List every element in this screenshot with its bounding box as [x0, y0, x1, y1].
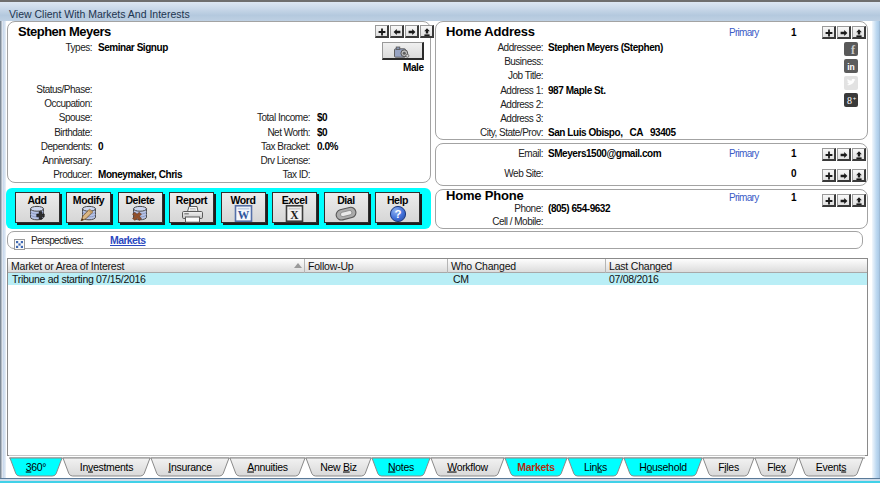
svg-text:in: in	[847, 62, 855, 72]
svg-text:Notes: Notes	[388, 461, 414, 473]
svg-text:W: W	[237, 209, 249, 221]
svg-text:Household: Household	[639, 461, 687, 473]
svg-text:Events: Events	[816, 461, 846, 473]
svg-text:360°: 360°	[26, 461, 47, 473]
svg-text:Markets: Markets	[517, 461, 555, 473]
svg-text:?: ?	[394, 208, 401, 220]
svg-text:Annuities: Annuities	[247, 461, 288, 473]
svg-text:Files: Files	[718, 461, 739, 473]
svg-text:Workflow: Workflow	[447, 461, 488, 473]
svg-text:X: X	[290, 209, 299, 221]
svg-text:Links: Links	[584, 461, 607, 473]
svg-text:Insurance: Insurance	[168, 461, 212, 473]
svg-text:+: +	[853, 95, 857, 101]
svg-text:8: 8	[847, 95, 852, 106]
svg-text:Investments: Investments	[80, 461, 133, 473]
svg-text:Flex: Flex	[767, 461, 787, 473]
svg-text:New Biz: New Biz	[320, 461, 356, 473]
